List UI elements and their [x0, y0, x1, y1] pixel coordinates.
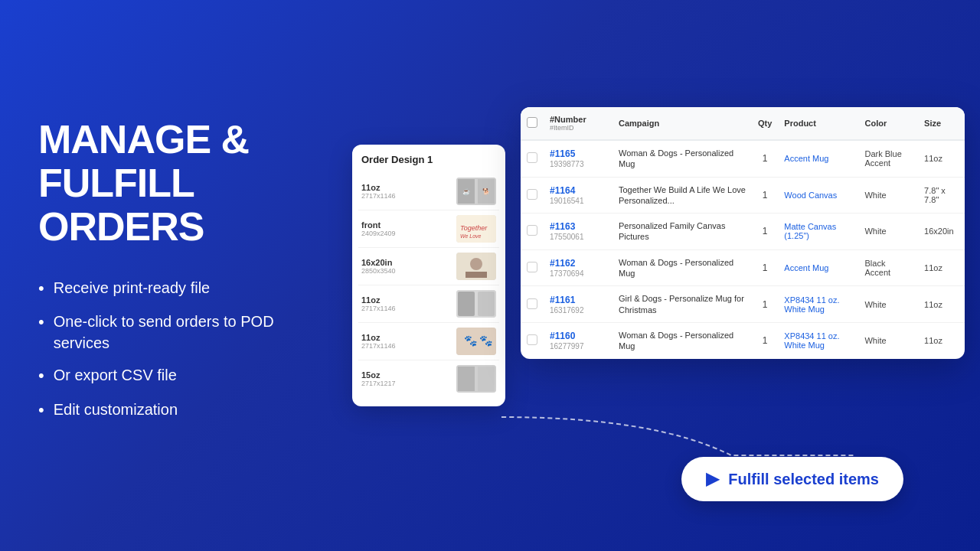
row-checkbox-cell[interactable]	[521, 177, 544, 214]
header-color: Color	[858, 107, 918, 140]
product-cell[interactable]: Accent Mug	[778, 140, 858, 177]
size-cell: 11oz	[918, 249, 965, 286]
order-number-cell: #1162 17370694	[544, 249, 612, 286]
order-thumb-5	[456, 365, 496, 393]
header-checkbox[interactable]	[527, 117, 537, 128]
campaign-cell: Woman & Dogs - Personalized Mug	[612, 140, 752, 177]
svg-point-9	[470, 258, 482, 270]
order-design-card: Order Design 1 11oz 2717x1146 ☕ 🐕 front …	[352, 145, 505, 406]
table-row: #1162 17370694 Woman & Dogs - Personaliz…	[521, 249, 965, 286]
order-number-cell: #1160 16277997	[544, 322, 612, 358]
qty-cell: 1	[752, 214, 778, 250]
svg-rect-18	[458, 367, 475, 391]
svg-rect-12	[458, 292, 475, 316]
campaign-cell: Girl & Dogs - Personalize Mug for Christ…	[612, 286, 752, 323]
bullet-2: One-click to send orders to POD services	[38, 311, 314, 354]
fulfill-icon: ▶	[706, 469, 719, 489]
campaign-cell: Woman & Dogs - Personalized Mug	[612, 322, 752, 358]
product-cell[interactable]: Matte Canvas (1.25")	[778, 214, 858, 250]
header-qty: Qty	[752, 107, 778, 140]
row-checkbox[interactable]	[527, 334, 537, 345]
bullet-1: Receive print-ready file	[38, 277, 314, 301]
product-cell[interactable]: XP8434 11 oz. White Mug	[778, 322, 858, 358]
size-cell: 7.8" x 7.8"	[918, 177, 965, 214]
qty-cell: 1	[752, 177, 778, 214]
feature-list: Receive print-ready file One-click to se…	[38, 277, 314, 422]
left-section: MANAGE & FULFILL ORDERS Receive print-re…	[0, 72, 352, 479]
product-cell[interactable]: Wood Canvas	[778, 177, 858, 214]
color-cell: White	[858, 286, 918, 323]
color-cell: White	[858, 177, 918, 214]
qty-cell: 1	[752, 140, 778, 177]
size-cell: 11oz	[918, 140, 965, 177]
table-row: #1163 17550061 Personalized Family Canva…	[521, 214, 965, 250]
order-number-cell: #1165 19398773	[544, 140, 612, 177]
order-design-row: front 2409x2409 Together We Love	[358, 210, 499, 248]
order-number-cell: #1163 17550061	[544, 214, 612, 250]
row-checkbox[interactable]	[527, 262, 537, 272]
campaign-cell: Woman & Dogs - Personalized Mug	[612, 249, 752, 286]
size-cell: 11oz	[918, 286, 965, 323]
header-number: #Number #ItemID	[544, 107, 612, 140]
fulfill-label: Fulfill selected items	[728, 471, 879, 488]
color-cell: Black Accent	[858, 249, 918, 286]
svg-text:Together: Together	[460, 224, 488, 232]
svg-text:🐕: 🐕	[482, 187, 490, 195]
svg-rect-13	[478, 292, 495, 316]
header-checkbox-cell[interactable]	[521, 107, 544, 140]
table-row: #1160 16277997 Woman & Dogs - Personaliz…	[521, 322, 965, 358]
order-number-cell: #1161 16317692	[544, 286, 612, 323]
color-cell: Dark Blue Accent	[858, 140, 918, 177]
table-row: #1165 19398773 Woman & Dogs - Personaliz…	[521, 140, 965, 177]
svg-rect-10	[466, 272, 487, 278]
row-checkbox[interactable]	[527, 152, 537, 163]
size-cell: 16x20in	[918, 214, 965, 250]
table-row: #1161 16317692 Girl & Dogs - Personalize…	[521, 286, 965, 323]
product-cell[interactable]: Accent Mug	[778, 249, 858, 286]
product-cell[interactable]: XP8434 11 oz. White Mug	[778, 286, 858, 323]
bullet-4: Edit customization	[38, 399, 314, 422]
header-size: Size	[918, 107, 965, 140]
order-design-row: 11oz 2717x1146	[358, 285, 499, 323]
row-checkbox[interactable]	[527, 189, 537, 200]
campaign-cell: Together We Build A Life We Love Persona…	[612, 177, 752, 214]
order-design-row: 11oz 2717x1146 ☕ 🐕	[358, 173, 499, 210]
order-thumb-2	[456, 253, 496, 280]
row-checkbox-cell[interactable]	[521, 214, 544, 250]
svg-text:🐾: 🐾	[464, 334, 478, 347]
orders-table: #Number #ItemID Campaign Qty Product Col…	[521, 107, 965, 359]
main-title: MANAGE & FULFILL ORDERS	[38, 118, 314, 249]
row-checkbox[interactable]	[527, 298, 537, 309]
order-thumb-3	[456, 290, 496, 318]
row-checkbox-cell[interactable]	[521, 322, 544, 358]
svg-text:🐾: 🐾	[479, 334, 493, 347]
campaign-cell: Personalized Family Canvas Pictures	[612, 214, 752, 250]
color-cell: White	[858, 214, 918, 250]
order-design-row: 11oz 2717x1146 🐾 🐾	[358, 323, 499, 360]
order-thumb-4: 🐾 🐾	[456, 328, 496, 355]
size-cell: 11oz	[918, 322, 965, 358]
color-cell: White	[858, 322, 918, 358]
order-design-row: 15oz 2717x1217	[358, 360, 499, 397]
right-section: Order Design 1 11oz 2717x1146 ☕ 🐕 front …	[352, 0, 980, 551]
order-design-title: Order Design 1	[358, 154, 499, 165]
orders-table-card: #Number #ItemID Campaign Qty Product Col…	[521, 107, 965, 359]
order-design-row: 16x20in 2850x3540	[358, 248, 499, 285]
fulfill-button[interactable]: ▶ Fulfill selected items	[681, 457, 903, 501]
bullet-3: Or export CSV file	[38, 364, 314, 388]
order-thumb-0: ☕ 🐕	[456, 178, 496, 205]
order-number-cell: #1164 19016541	[544, 177, 612, 214]
qty-cell: 1	[752, 249, 778, 286]
svg-text:☕: ☕	[462, 187, 470, 195]
svg-rect-19	[478, 367, 495, 391]
qty-cell: 1	[752, 286, 778, 323]
table-row: #1164 19016541 Together We Build A Life …	[521, 177, 965, 214]
row-checkbox-cell[interactable]	[521, 140, 544, 177]
qty-cell: 1	[752, 322, 778, 358]
order-thumb-1: Together We Love	[456, 215, 496, 243]
header-product: Product	[778, 107, 858, 140]
row-checkbox[interactable]	[527, 225, 537, 236]
row-checkbox-cell[interactable]	[521, 286, 544, 323]
row-checkbox-cell[interactable]	[521, 249, 544, 286]
header-campaign: Campaign	[612, 107, 752, 140]
